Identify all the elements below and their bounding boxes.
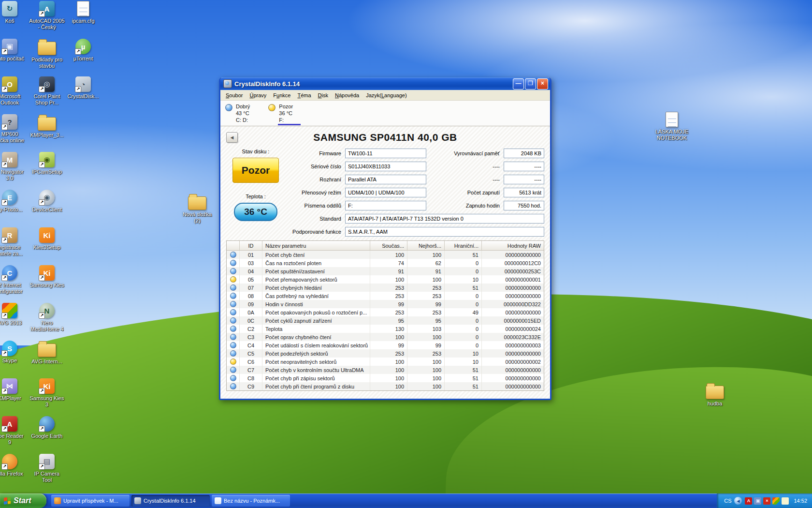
desktop-icon-nero-mediahome[interactable]: N↗NeroMediaHome 4 xyxy=(27,303,67,332)
smart-column-header[interactable]: Hodnoty RAW xyxy=(482,241,544,250)
desktop-icon-avg-2013[interactable]: ↗AVG 2013 xyxy=(0,303,30,326)
start-button[interactable]: Start xyxy=(0,493,46,508)
field-value-box[interactable]: F: xyxy=(345,201,426,210)
smart-table-row[interactable]: 0CPočet cyklů zapnutí zařízení9595000000… xyxy=(227,316,544,325)
field-value-box[interactable]: 2048 KB xyxy=(504,149,544,158)
desktop-icon-ip-camera-tool[interactable]: ▤↗IP CameraTool xyxy=(27,454,67,483)
smart-column-header[interactable]: Nejhorš... xyxy=(407,241,445,250)
field-value-box[interactable]: Parallel ATA xyxy=(345,175,426,184)
language-indicator[interactable]: CS xyxy=(724,498,731,504)
desktop-icon-laska-note-file[interactable]: LÁSKA MOJENOTEBOOK xyxy=(652,112,692,141)
smart-column-header[interactable]: Hraniční... xyxy=(445,241,482,250)
field-value-box[interactable]: S01JJ40XB11033 xyxy=(345,162,426,171)
desktop-icon-easy-photoprint[interactable]: E↗sy-Photo... xyxy=(0,190,30,213)
field-value-box[interactable]: UDMA/100 | UDMA/100 xyxy=(345,188,426,197)
menu-item-tema[interactable]: Téma xyxy=(294,91,314,100)
recycle-bin-icon: ↻ xyxy=(2,1,17,16)
disk-tab-2[interactable]: Pozor36 °CF: xyxy=(268,103,297,126)
desktop-icon-nova-slozka-folder[interactable]: Nová složka(2) xyxy=(177,194,218,224)
desktop-icon-firefox[interactable]: ↗zilla Firefox xyxy=(0,454,30,477)
smart-table-row[interactable]: C2Teplota1301030000000000024 xyxy=(227,325,544,333)
menu-item-napoveda[interactable]: Nápověda xyxy=(332,91,362,100)
desktop-icon-mp-navigator[interactable]: M↗P Navigator3.0 xyxy=(0,152,30,181)
minimize-button[interactable]: — xyxy=(513,78,524,90)
label-line: LÁSKA MOJE xyxy=(652,129,692,135)
field-value-box[interactable]: TW100-11 xyxy=(345,149,426,158)
desktop-icon-ipcam-cfg[interactable]: ipcam.cfg xyxy=(63,1,103,24)
health-status-button[interactable]: Pozor xyxy=(232,158,279,183)
task-button[interactable]: CrystalDiskInfo 6.1.14 xyxy=(131,495,210,507)
smart-raw-cell: 000000000001 xyxy=(482,275,544,284)
field-value-box[interactable]: ---- xyxy=(504,162,544,171)
menu-item-funkce[interactable]: Funkce xyxy=(270,91,294,100)
task-button[interactable]: Upravit příspěvek - M... xyxy=(51,495,130,507)
taskbar-clock[interactable]: 14:52 xyxy=(794,498,807,504)
tray-chevron-icon[interactable]: ◄ xyxy=(734,497,742,505)
field-value-box[interactable]: 7550 hod. xyxy=(504,201,544,210)
smart-table-row[interactable]: C7Počet chyb v kontrolním součtu UltraDM… xyxy=(227,366,544,374)
field-value-box[interactable]: 5613 krát xyxy=(504,188,544,197)
desktop-icon-samsung-kies[interactable]: Ki↗Samsung Kies xyxy=(27,265,67,288)
smart-table-row[interactable]: 04Počet spuštění/zastavení91910000000002… xyxy=(227,267,544,275)
smart-table-row[interactable]: C4Počet událostí s číslem realokování se… xyxy=(227,341,544,349)
smart-table-row[interactable]: 08Čas potřebný na vyhledání2532530000000… xyxy=(227,292,544,300)
smart-table-row[interactable]: C8Počet chyb při zápisu sektorů100100510… xyxy=(227,374,544,382)
desktop-icon-crystaldisk-shortcut[interactable]: ◔↗CrystalDisk... xyxy=(63,76,103,100)
smart-table-row[interactable]: 01Počet chyb čtení10010051000000000000 xyxy=(227,251,544,259)
desktop-icon-skype[interactable]: S↗Skype xyxy=(0,341,30,364)
smart-column-header[interactable]: Součas... xyxy=(370,241,407,250)
window-titlebar[interactable]: CrystalDiskInfo 6.1.14 — ❐ × xyxy=(220,77,550,90)
desktop-icon-ipcam-setup[interactable]: ◉↗IPCamSetup xyxy=(27,152,67,175)
menu-item-disk[interactable]: Disk xyxy=(315,91,332,100)
field-value-box[interactable]: ---- xyxy=(504,175,544,184)
avg-shield-tray-icon[interactable]: × xyxy=(763,497,770,505)
desktop-icon-hudba-folder[interactable]: hudba xyxy=(695,383,735,407)
desktop-icon-internet-configurator[interactable]: C↗2 Internetonfigurator xyxy=(0,265,30,295)
desktop-icon-my-computer[interactable]: ▣↗ento počítač xyxy=(0,39,30,62)
desktop-icon-google-earth[interactable]: ↗Google Earth xyxy=(27,416,67,439)
network-tray-icon[interactable]: ▣ xyxy=(754,497,761,505)
smart-table-row[interactable]: 09Hodin v činnosti999900000000DD322 xyxy=(227,300,544,308)
smart-table-row[interactable]: 0APočet opakovaných pokusů o roztočení p… xyxy=(227,308,544,316)
desktop-icon-kmplayer[interactable]: ⋈↗KMPlayer xyxy=(0,378,30,402)
menu-item-upravy[interactable]: Úpravy xyxy=(246,91,270,100)
desktop-icon-user-registration[interactable]: R↗egistracevatele za... xyxy=(0,227,30,257)
avg-color-tray-icon[interactable] xyxy=(772,497,780,505)
menu-item-soubor[interactable]: Soubor xyxy=(222,91,246,100)
smart-column-header[interactable]: ID xyxy=(240,241,262,250)
temperature-button[interactable]: 36 °C xyxy=(234,203,277,221)
desktop-icon-mp600-manual[interactable]: ?↗MP600ručka online xyxy=(0,114,30,144)
desktop-icon-utorrent[interactable]: µ↗µTorrent xyxy=(63,39,103,62)
menu-item-jazyk-language[interactable]: Jazyk(Language) xyxy=(362,91,410,100)
desktop-icon-paint-shop-pro[interactable]: ◎↗Corel PaintShop Pr... xyxy=(27,76,67,106)
smart-raw-cell: 000000000000 xyxy=(482,308,544,316)
smart-table-row[interactable]: C5Počet podezřelých sektorů2532531000000… xyxy=(227,349,544,358)
smart-table-row[interactable]: C6Počet neopravitelných sektorů100100100… xyxy=(227,358,544,366)
desktop-icon-kmplayer-folder[interactable]: KMPlayer_3... xyxy=(27,114,67,138)
notes-tray-icon[interactable] xyxy=(782,497,789,505)
desktop-icon-adobe-reader[interactable]: A↗obe Reader9 xyxy=(0,416,30,446)
desktop-icon-microsoft-outlook[interactable]: O↗MicrosoftOutlook xyxy=(0,76,30,106)
desktop-icon-podklady-folder[interactable]: Podklady prostavbu xyxy=(27,39,67,69)
desktop-icon-samsung-kies3[interactable]: Ki↗Samsung Kies3 xyxy=(27,378,67,408)
desktop-icon-avg-folder[interactable]: AVG-Intern... xyxy=(27,341,67,365)
field-value-box[interactable]: ATA/ATAPI-7 | ATA/ATAPI-7 T13 1532D vers… xyxy=(345,214,544,224)
desktop-icon-autocad-2005[interactable]: A↗AutoCAD 2005- Český xyxy=(27,1,67,30)
task-button[interactable]: Bez názvu - Poznámk... xyxy=(212,495,290,507)
disk-tab-1[interactable]: Dobrý43 °CC: D: xyxy=(225,103,254,126)
smart-table-row[interactable]: 07Počet chybných hledání2532535100000000… xyxy=(227,284,544,292)
smart-table-row[interactable]: 05Počet přemapovaných sektorů10010010000… xyxy=(227,275,544,284)
back-arrow-button[interactable]: ◄ xyxy=(226,132,238,143)
desktop-icon-kies3-setup[interactable]: KiKies3Setup xyxy=(27,227,67,251)
adobe-reader-tray-icon[interactable]: A xyxy=(745,497,752,505)
smart-table-row[interactable]: 03Čas na roztočení ploten746200000000012… xyxy=(227,259,544,267)
smart-column-header[interactable] xyxy=(227,241,240,250)
smart-table-row[interactable]: C3Počet oprav chybného čtení100100000000… xyxy=(227,333,544,341)
desktop-icon-device-client[interactable]: ◉↗DeviceClient xyxy=(27,190,67,213)
smart-table-row[interactable]: C9Počet chyb při čtení programů z disku1… xyxy=(227,382,544,390)
field-value-box[interactable]: S.M.A.R.T., AAM xyxy=(345,227,544,237)
close-button[interactable]: × xyxy=(537,78,548,90)
maximize-button[interactable]: ❐ xyxy=(525,78,536,90)
smart-column-header[interactable]: Název parametru xyxy=(262,241,370,250)
desktop-icon-recycle-bin[interactable]: ↻Koš xyxy=(0,1,30,24)
